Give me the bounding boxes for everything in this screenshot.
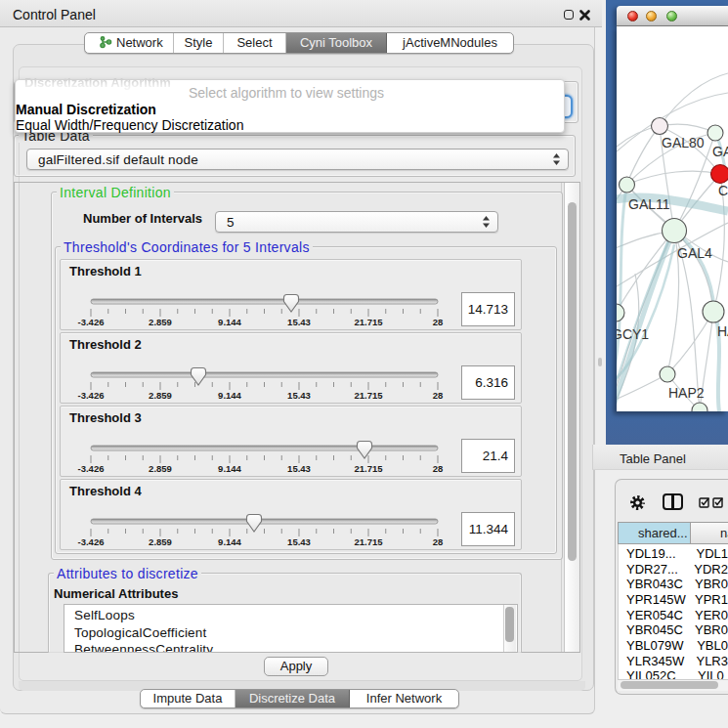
svg-text:GAL11: GAL11 <box>628 196 670 212</box>
svg-text:GAL1: GAL1 <box>712 144 728 159</box>
svg-text:GAL4: GAL4 <box>677 245 712 261</box>
svg-text:HAP2: HAP2 <box>668 385 705 401</box>
svg-text:GCY1: GCY1 <box>617 326 649 342</box>
svg-text:GAL80: GAL80 <box>662 135 705 150</box>
svg-text:CYC8: CYC8 <box>718 183 728 198</box>
svg-text:HAP: HAP <box>717 323 728 339</box>
